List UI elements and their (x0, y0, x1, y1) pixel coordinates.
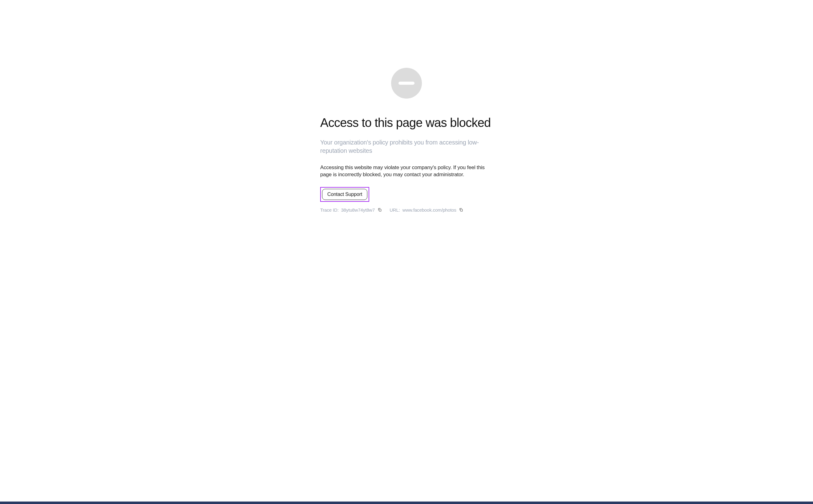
contact-support-button[interactable]: Contact Support (322, 189, 367, 200)
blocked-icon-bar (398, 82, 415, 85)
url-label: URL: (389, 207, 400, 213)
trace-id-label: Trace ID: (320, 207, 339, 213)
page-description: Accessing this website may violate your … (320, 164, 493, 178)
bottom-bar (0, 502, 813, 504)
trace-id-value: 38ytu8w74yt8w7 (341, 207, 375, 213)
url-value: www.facebook.com/photos (402, 207, 457, 213)
svg-rect-1 (461, 209, 463, 211)
copy-url-icon[interactable] (459, 207, 464, 212)
copy-trace-icon[interactable] (377, 207, 382, 212)
trace-id-group: Trace ID: 38ytu8w74yt8w7 (320, 207, 382, 213)
blocked-page-container: Access to this page was blocked Your org… (320, 68, 493, 213)
page-subtitle: Your organization's policy prohibits you… (320, 138, 493, 155)
page-title: Access to this page was blocked (320, 116, 491, 130)
icon-wrap (320, 68, 493, 99)
footer-row: Trace ID: 38ytu8w74yt8w7 URL: www.facebo… (320, 207, 464, 213)
svg-rect-0 (379, 209, 381, 211)
url-group: URL: www.facebook.com/photos (389, 207, 464, 213)
blocked-icon (391, 68, 422, 99)
button-highlight-frame: Contact Support (320, 187, 369, 202)
